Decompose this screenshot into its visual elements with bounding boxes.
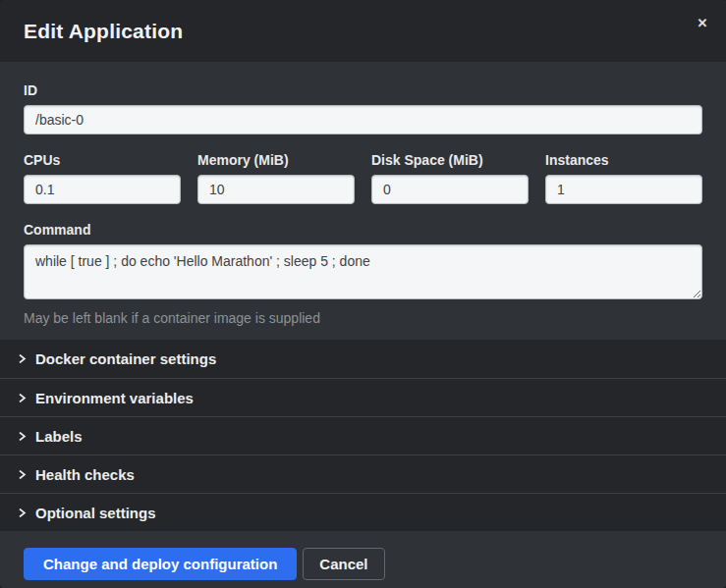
chevron-right-icon [18,470,27,479]
section-label: Health checks [35,466,135,483]
instances-label: Instances [545,152,702,168]
chevron-right-icon [18,354,27,363]
id-input[interactable] [24,105,702,134]
memory-input[interactable] [197,175,355,204]
instances-field-group: Instances [545,152,702,204]
modal-header: Edit Application ✕ [0,0,726,62]
command-label: Command [24,222,702,238]
memory-label: Memory (MiB) [197,152,355,168]
command-textarea[interactable]: while [ true ] ; do echo 'Hello Marathon… [24,244,702,299]
cpus-label: CPUs [24,152,181,168]
id-label: ID [24,82,702,98]
chevron-right-icon [18,432,27,441]
section-label: Optional settings [35,505,156,521]
modal-footer: Change and deploy configuration Cancel [0,531,726,588]
close-icon[interactable]: ✕ [694,15,711,32]
edit-application-modal: Edit Application ✕ ID CPUs Memory (MiB) … [0,0,726,588]
disk-field-group: Disk Space (MiB) [371,152,529,204]
section-label: Labels [35,428,83,445]
command-field-group: Command while [ true ] ; do echo 'Hello … [24,222,702,326]
disk-label: Disk Space (MiB) [371,152,529,168]
section-label: Environment variables [35,390,194,406]
memory-field-group: Memory (MiB) [197,152,355,204]
chevron-right-icon [18,394,27,402]
command-help-text: May be left blank if a container image i… [24,310,702,326]
resources-row: CPUs Memory (MiB) Disk Space (MiB) Insta… [24,152,702,204]
id-field-group: ID [24,82,702,134]
section-optional-settings[interactable]: Optional settings [0,493,726,531]
section-environment-variables[interactable]: Environment variables [0,378,726,416]
application-form: ID CPUs Memory (MiB) Disk Space (MiB) In… [0,62,726,340]
cancel-button[interactable]: Cancel [303,548,384,580]
change-and-deploy-button[interactable]: Change and deploy configuration [24,548,297,580]
disk-input[interactable] [371,175,529,204]
section-health-checks[interactable]: Health checks [0,454,726,493]
cpus-field-group: CPUs [24,152,181,204]
collapsible-sections: Docker container settings Environment va… [0,340,726,531]
section-docker-container-settings[interactable]: Docker container settings [0,340,726,378]
section-label: Docker container settings [35,350,216,367]
section-labels[interactable]: Labels [0,416,726,454]
modal-title: Edit Application [24,20,183,43]
instances-input[interactable] [545,175,702,204]
cpus-input[interactable] [24,175,181,204]
chevron-right-icon [18,508,27,517]
